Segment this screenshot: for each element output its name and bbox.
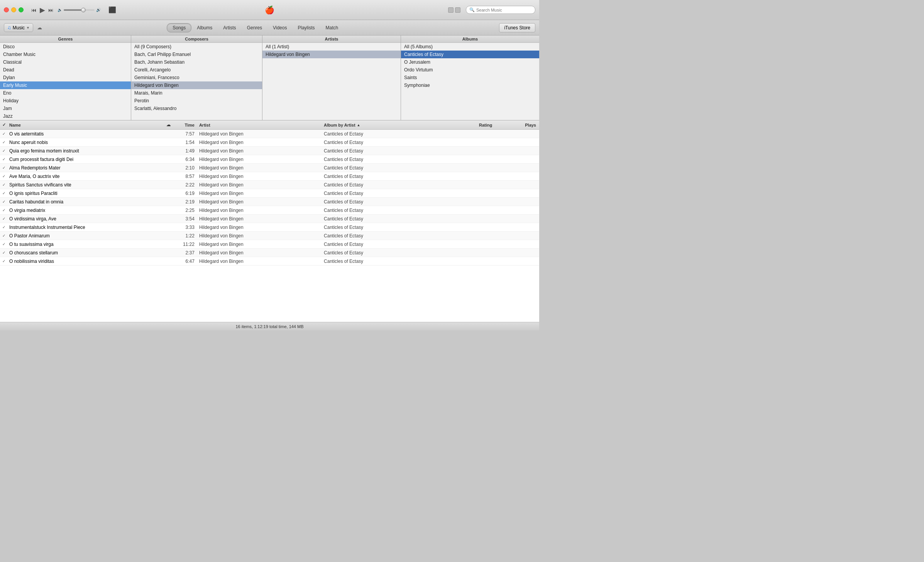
track-check[interactable]: ✓ bbox=[0, 259, 8, 263]
name-column-header[interactable]: Name bbox=[8, 123, 163, 127]
table-row[interactable]: ✓ Quia ergo femina mortem instruxit 1:49… bbox=[0, 147, 539, 155]
list-item[interactable]: Holiday bbox=[0, 97, 131, 105]
track-album: Canticles of Ectasy bbox=[322, 140, 477, 145]
list-item[interactable]: Eno bbox=[0, 89, 131, 97]
track-time: 6:47 bbox=[174, 259, 198, 264]
tab-artists[interactable]: Artists bbox=[218, 24, 241, 32]
list-item[interactable]: Bach, Carl Philipp Emanuel bbox=[131, 51, 262, 58]
list-item[interactable]: All (1 Artist) bbox=[262, 43, 401, 51]
time-column-header[interactable]: Time bbox=[174, 123, 198, 127]
track-name: Quia ergo femina mortem instruxit bbox=[8, 148, 163, 154]
track-album: Canticles of Ectasy bbox=[322, 191, 477, 196]
table-row[interactable]: ✓ Spiritus Sanctus vivificans vite 2:22 … bbox=[0, 181, 539, 189]
table-row[interactable]: ✓ O vis aeternitatis 7:57 Hildegard von … bbox=[0, 130, 539, 138]
itunes-store-button[interactable]: iTunes Store bbox=[499, 23, 535, 32]
track-check[interactable]: ✓ bbox=[0, 234, 8, 238]
track-check[interactable]: ✓ bbox=[0, 225, 8, 229]
track-check[interactable]: ✓ bbox=[0, 166, 8, 170]
window-controls bbox=[4, 7, 24, 12]
list-item-selected[interactable]: Hildegard von Bingen bbox=[262, 51, 401, 58]
close-button[interactable] bbox=[4, 7, 9, 12]
list-item[interactable]: All (9 Composers) bbox=[131, 43, 262, 51]
track-check[interactable]: ✓ bbox=[0, 191, 8, 195]
list-item[interactable]: Corelli, Arcangelo bbox=[131, 66, 262, 74]
tab-videos[interactable]: Videos bbox=[267, 24, 292, 32]
track-album: Canticles of Ectasy bbox=[322, 250, 477, 256]
table-row[interactable]: ✓ Nunc aperuit nobis 1:54 Hildegard von … bbox=[0, 138, 539, 147]
track-check[interactable]: ✓ bbox=[0, 217, 8, 221]
minimize-button[interactable] bbox=[11, 7, 16, 12]
list-item-selected[interactable]: Early Music bbox=[0, 81, 131, 89]
list-item-selected[interactable]: Canticles of Ectasy bbox=[401, 51, 539, 58]
list-item[interactable]: Jam bbox=[0, 105, 131, 112]
table-row[interactable]: ✓ Instrumentalstuck Instrumental Piece 3… bbox=[0, 223, 539, 232]
track-check[interactable]: ✓ bbox=[0, 174, 8, 178]
table-row[interactable]: ✓ O tu suavissima virga 11:22 Hildegard … bbox=[0, 240, 539, 249]
table-row[interactable]: ✓ Cum processit factura digiti Dei 6:34 … bbox=[0, 155, 539, 164]
album-column-header[interactable]: Album by Artist ▲ bbox=[322, 123, 477, 127]
maximize-button[interactable] bbox=[19, 7, 24, 12]
list-item[interactable]: Dead bbox=[0, 66, 131, 74]
table-row[interactable]: ✓ Ave Maria, O auctrix vite 8:57 Hildega… bbox=[0, 172, 539, 181]
table-row[interactable]: ✓ Caritas habundat in omnia 2:19 Hildega… bbox=[0, 198, 539, 206]
table-row[interactable]: ✓ O virgia mediatrix 2:25 Hildegard von … bbox=[0, 206, 539, 215]
track-name: O tu suavissima virga bbox=[8, 242, 163, 247]
track-artist: Hildegard von Bingen bbox=[198, 208, 322, 213]
list-item[interactable]: Ordo Virtutum bbox=[401, 66, 539, 74]
resize-button-1[interactable] bbox=[448, 7, 454, 13]
search-input[interactable] bbox=[476, 8, 532, 12]
tab-match[interactable]: Match bbox=[320, 24, 344, 32]
search-box[interactable]: 🔍 bbox=[466, 6, 535, 14]
list-item[interactable]: Bach, Johann Sebastian bbox=[131, 58, 262, 66]
rating-column-header[interactable]: Rating bbox=[477, 123, 516, 127]
list-item[interactable]: Geminiani, Francesco bbox=[131, 74, 262, 81]
list-item[interactable]: Scarlatti, Alessandro bbox=[131, 105, 262, 112]
list-item[interactable]: Disco bbox=[0, 43, 131, 51]
track-list-container: ✓ Name ☁ Time Artist Album by Artist ▲ R… bbox=[0, 120, 539, 322]
play-button[interactable]: ▶ bbox=[40, 6, 45, 14]
track-check[interactable]: ✓ bbox=[0, 183, 8, 187]
table-row[interactable]: ✓ O choruscans stellarum 2:37 Hildegard … bbox=[0, 249, 539, 257]
track-check[interactable]: ✓ bbox=[0, 251, 8, 255]
track-check[interactable]: ✓ bbox=[0, 208, 8, 212]
list-item[interactable]: Saints bbox=[401, 74, 539, 81]
table-row[interactable]: ✓ O ignis spiritus Paracliti 6:19 Hildeg… bbox=[0, 189, 539, 198]
fastforward-button[interactable]: ⏭ bbox=[48, 7, 54, 13]
track-check[interactable]: ✓ bbox=[0, 242, 8, 246]
plays-column-header[interactable]: Plays bbox=[516, 123, 539, 127]
resize-button-2[interactable] bbox=[455, 7, 460, 13]
table-row[interactable]: ✓ Alma Redemptoris Mater 2:10 Hildegard … bbox=[0, 164, 539, 172]
table-row[interactable]: ✓ O Pastor Animarum 1:22 Hildegard von B… bbox=[0, 232, 539, 240]
artist-column-header[interactable]: Artist bbox=[198, 123, 322, 127]
tab-albums[interactable]: Albums bbox=[191, 24, 218, 32]
track-name: O choruscans stellarum bbox=[8, 250, 163, 256]
list-item[interactable]: Perotin bbox=[131, 97, 262, 105]
table-row[interactable]: ✓ O nobilissima viriditas 6:47 Hildegard… bbox=[0, 257, 539, 266]
list-item[interactable]: Classical bbox=[0, 58, 131, 66]
list-item[interactable]: Dylan bbox=[0, 74, 131, 81]
list-item[interactable]: Marais, Marin bbox=[131, 89, 262, 97]
track-album: Canticles of Ectasy bbox=[322, 157, 477, 162]
tab-genres[interactable]: Genres bbox=[242, 24, 267, 32]
track-check[interactable]: ✓ bbox=[0, 132, 8, 136]
list-item[interactable]: All (5 Albums) bbox=[401, 43, 539, 51]
status-text: 16 items, 1:12:19 total time, 144 MB bbox=[235, 324, 303, 329]
table-row[interactable]: ✓ O virdissima virga, Ave 3:54 Hildegard… bbox=[0, 215, 539, 223]
track-check[interactable]: ✓ bbox=[0, 140, 8, 144]
albums-panel: Albums All (5 Albums) Canticles of Ectas… bbox=[401, 36, 539, 120]
list-item-selected[interactable]: Hildegard von Bingen bbox=[131, 81, 262, 89]
tab-songs[interactable]: Songs bbox=[167, 23, 191, 32]
airplay-button[interactable]: ⬛ bbox=[108, 6, 116, 14]
track-check[interactable]: ✓ bbox=[0, 200, 8, 204]
tab-playlists[interactable]: Playlists bbox=[292, 24, 320, 32]
list-item[interactable]: Chamber Music bbox=[0, 51, 131, 58]
track-check[interactable]: ✓ bbox=[0, 157, 8, 161]
volume-slider[interactable]: 🔈 🔊 bbox=[58, 8, 101, 12]
track-check[interactable]: ✓ bbox=[0, 149, 8, 153]
list-item[interactable]: Jazz bbox=[0, 112, 131, 120]
list-item[interactable]: O Jerusalem bbox=[401, 58, 539, 66]
track-album: Canticles of Ectasy bbox=[322, 225, 477, 230]
list-item[interactable]: Symphoniae bbox=[401, 81, 539, 89]
volume-low-icon: 🔈 bbox=[58, 8, 62, 12]
rewind-button[interactable]: ⏮ bbox=[31, 7, 37, 13]
